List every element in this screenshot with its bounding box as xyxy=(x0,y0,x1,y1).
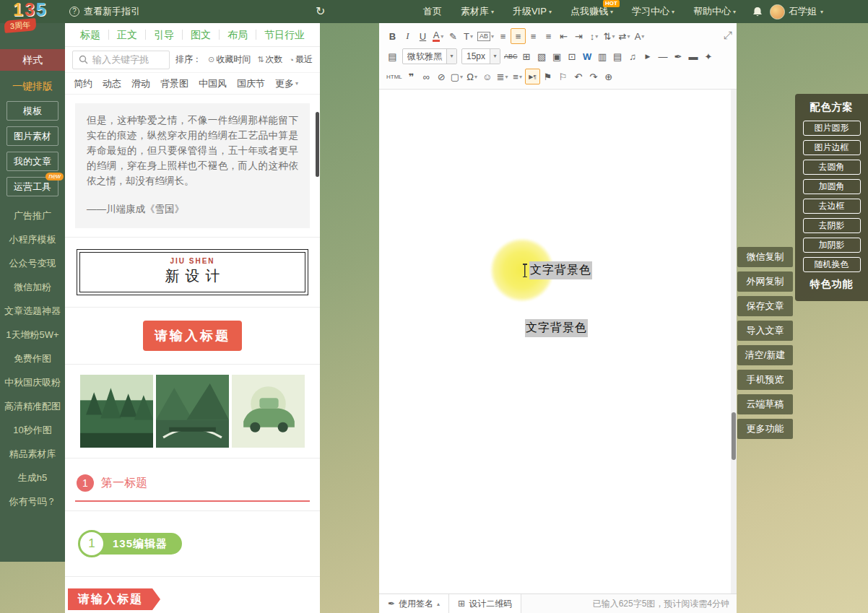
style-search-input[interactable]: 输入关键字挑 xyxy=(72,51,170,69)
highlight-pen-icon[interactable]: ✎ xyxy=(446,28,461,44)
sidebar-link[interactable]: 10秒作图 xyxy=(0,418,65,442)
html-source-icon[interactable]: HTML xyxy=(385,69,404,84)
special-char-icon[interactable]: Ω ▾ xyxy=(464,69,479,84)
sidebar-link[interactable]: 文章选题神器 xyxy=(0,299,65,323)
fullscreen-icon[interactable]: ⤢ xyxy=(724,29,732,42)
sidebar-item-my-articles[interactable]: 我的文章 xyxy=(6,152,58,171)
indent-icon[interactable]: ⇥ xyxy=(571,28,586,44)
sidebar-item-templates[interactable]: 模板 xyxy=(6,101,58,121)
beginner-guide-link[interactable]: ? 查看新手指引 xyxy=(69,5,140,18)
word-import-icon[interactable]: W xyxy=(580,48,595,64)
user-menu[interactable]: 石学姐 ▾ xyxy=(770,4,823,19)
paragraph-spacing-icon[interactable]: ⇅ ▾ xyxy=(602,28,617,44)
sidebar-item-styles[interactable]: 样式 xyxy=(0,49,65,71)
side-action-cloud-draft[interactable]: 云端草稿 xyxy=(737,394,793,414)
side-action-external-copy[interactable]: 外网复制 xyxy=(737,271,793,292)
ordered-list-icon[interactable]: ≣ ▾ xyxy=(495,69,510,84)
forest-image[interactable] xyxy=(80,375,153,448)
sidebar-link[interactable]: 生成h5 xyxy=(0,466,65,490)
bold-icon[interactable]: B xyxy=(385,28,400,44)
editor-canvas[interactable]: 文字背景色 文字背景色 xyxy=(379,90,737,594)
video-icon[interactable]: ▶ xyxy=(641,48,656,64)
sidebar-link[interactable]: 1天增粉5W+ xyxy=(0,323,65,347)
app-logo[interactable]: 135 3周年 xyxy=(0,0,65,40)
align-right-icon[interactable]: ≡ xyxy=(526,28,541,44)
sidebar-link[interactable]: 小程序模板 xyxy=(0,227,65,251)
unlink-icon[interactable]: ⊘ xyxy=(434,69,449,84)
cp-remove-shadow[interactable]: 去阴影 xyxy=(803,218,861,233)
nav-item-home[interactable]: 首页 xyxy=(414,0,451,23)
redo-icon[interactable]: ↷ xyxy=(586,69,601,84)
tab-body[interactable]: 正文 xyxy=(108,30,145,40)
sidebar-link[interactable]: 高清精准配图 xyxy=(0,394,65,418)
style-item-editor-badge[interactable]: 1 135编辑器 xyxy=(65,510,320,576)
divider-line-icon[interactable]: — xyxy=(656,48,671,64)
sidebar-link[interactable]: 广告推广 xyxy=(0,204,65,227)
style-item-images[interactable] xyxy=(65,364,320,458)
outdent-icon[interactable]: ⇤ xyxy=(556,28,571,44)
nav-item-earn-money[interactable]: HOT 点我赚钱 ▾ xyxy=(561,0,622,23)
sidebar-item-one-click-layout[interactable]: 一键排版 xyxy=(0,75,65,97)
sidebar-link[interactable]: 微信加粉 xyxy=(0,275,65,299)
link-icon[interactable]: ∞ xyxy=(419,69,434,84)
tab-guide[interactable]: 引导 xyxy=(145,30,182,40)
side-action-wechat-copy[interactable]: 微信复制 xyxy=(737,247,793,267)
tab-layout[interactable]: 布局 xyxy=(219,30,256,40)
sidebar-link[interactable]: 免费作图 xyxy=(0,347,65,370)
sidebar-item-operation-tools[interactable]: 运营工具 new xyxy=(6,177,58,196)
align-left-icon[interactable]: ≡ xyxy=(495,28,511,44)
cp-image-border[interactable]: 图片边框 xyxy=(803,140,861,155)
editor-scrollbar-thumb[interactable] xyxy=(732,412,736,460)
sidebar-link[interactable]: 中秋国庆吸粉 xyxy=(0,370,65,394)
align-justify-icon[interactable]: ≡ xyxy=(541,28,556,44)
cat-more[interactable]: 更多 ▾ xyxy=(275,77,298,90)
cat-dynamic[interactable]: 动态 xyxy=(103,77,121,90)
style-item-numbered-title[interactable]: 1 第一标题 xyxy=(65,458,320,510)
underline-icon[interactable]: U xyxy=(415,28,430,44)
paragraph-mark-icon[interactable]: ▶¶ xyxy=(525,69,540,84)
table-icon[interactable]: ⊞ xyxy=(519,48,534,64)
emoji-icon[interactable]: ☺ xyxy=(479,69,495,84)
cp-add-radius[interactable]: 加圆角 xyxy=(803,179,861,194)
side-action-import-article[interactable]: 导入文章 xyxy=(737,321,793,341)
framed-image-icon[interactable]: ▣ xyxy=(550,48,565,64)
new-doc-icon[interactable]: ▤ xyxy=(385,48,400,64)
text-case-icon[interactable]: A ▾ xyxy=(632,28,647,44)
signature-tab[interactable]: ✒ 使用签名 ▴ xyxy=(379,594,449,613)
qrcode-design-tab[interactable]: ⊞ 设计二维码 xyxy=(449,594,521,613)
sidebar-link[interactable]: 你有号吗？ xyxy=(0,490,65,513)
italic-icon[interactable]: I xyxy=(400,28,415,44)
zoom-icon[interactable]: ⊕ xyxy=(601,69,616,84)
car-image[interactable] xyxy=(232,375,305,448)
sidebar-link[interactable]: 精品素材库 xyxy=(0,442,65,466)
sort-count[interactable]: ⇅ 次数 xyxy=(257,53,282,66)
album-icon[interactable]: ▤ xyxy=(610,48,625,64)
side-action-clear-new[interactable]: 清空/新建 xyxy=(737,345,793,365)
side-action-more-features[interactable]: 更多功能 xyxy=(737,419,793,439)
sidebar-item-image-assets[interactable]: 图片素材 xyxy=(6,126,58,146)
sort-recent[interactable]: ◔ 最近 xyxy=(289,53,313,66)
insert-template-icon[interactable]: ▢ ▾ xyxy=(449,69,464,84)
nav-item-material-library[interactable]: 素材库 ▾ xyxy=(451,0,503,23)
pen-tool-icon[interactable]: ✒ xyxy=(671,48,686,64)
side-action-phone-preview[interactable]: 手机预览 xyxy=(737,370,793,390)
gallery-icon[interactable]: ▥ xyxy=(595,48,610,64)
font-size-select[interactable]: 15px ▾ xyxy=(461,48,500,64)
cp-image-round[interactable]: 图片圆形 xyxy=(803,121,861,136)
style-item-ribbon[interactable]: 请输入标题 xyxy=(65,576,320,613)
blockquote-icon[interactable]: ❞ xyxy=(404,69,419,84)
font-family-select[interactable]: 微软雅黑 ▾ xyxy=(402,48,457,64)
sort-favorite-time[interactable]: ⊙ 收藏时间 xyxy=(208,53,251,66)
nav-item-learning-center[interactable]: 学习中心 ▾ xyxy=(622,0,684,23)
cp-random-color[interactable]: 随机换色 xyxy=(803,257,861,272)
line-height-icon[interactable]: ↕ ▾ xyxy=(586,28,602,44)
flag-outline-icon[interactable]: ⚐ xyxy=(555,69,570,84)
font-color-icon[interactable]: A ▾ xyxy=(430,28,446,44)
panel-scrollbar-thumb[interactable] xyxy=(316,112,319,177)
cat-national-day[interactable]: 国庆节 xyxy=(237,77,265,90)
tab-image-text[interactable]: 图文 xyxy=(182,30,219,40)
cat-chinese-style[interactable]: 中国风 xyxy=(199,77,227,90)
image-icon[interactable]: ▧ xyxy=(534,48,550,64)
forest-road-image[interactable] xyxy=(156,375,229,448)
cp-add-shadow[interactable]: 加阴影 xyxy=(803,238,861,253)
